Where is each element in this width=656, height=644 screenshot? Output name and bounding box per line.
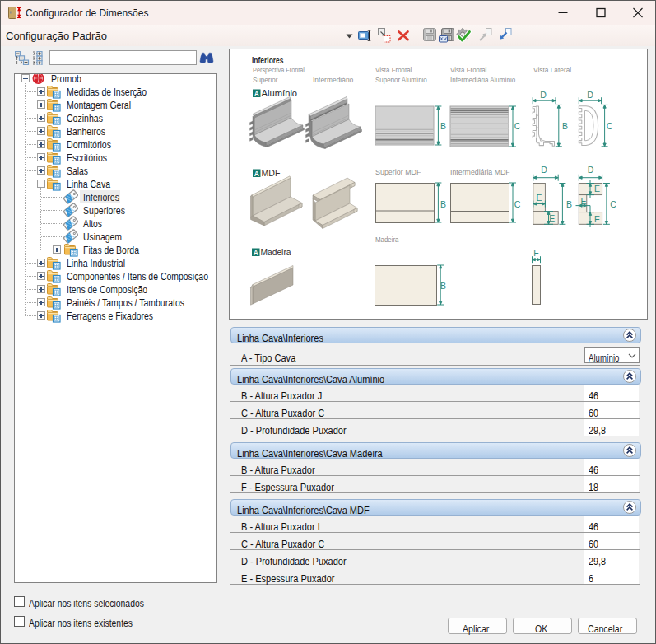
svg-text:Vista Lateral: Vista Lateral xyxy=(533,66,571,74)
svg-text:Componentes / Itens de Composi: Componentes / Itens de Composição xyxy=(67,270,208,282)
svg-text:Madeira: Madeira xyxy=(261,248,291,257)
svg-text:Perspectiva Frontal: Perspectiva Frontal xyxy=(253,66,305,74)
svg-text:MDF: MDF xyxy=(262,169,281,178)
svg-text:C: C xyxy=(610,199,616,209)
svg-text:Alumínio: Alumínio xyxy=(262,89,298,98)
svg-text:E: E xyxy=(537,193,542,203)
svg-text:A: A xyxy=(254,249,258,257)
svg-text:Superior: Superior xyxy=(253,76,278,84)
svg-text:D: D xyxy=(541,165,547,175)
svg-text:D: D xyxy=(540,90,547,100)
svg-text:B: B xyxy=(440,281,446,291)
svg-text:F: F xyxy=(533,248,538,258)
svg-text:C: C xyxy=(607,121,613,131)
svg-text:D: D xyxy=(588,165,594,175)
svg-text:Fitas de Borda: Fitas de Borda xyxy=(83,244,140,256)
svg-text:Salas: Salas xyxy=(67,165,88,177)
svg-text:B: B xyxy=(566,199,572,209)
svg-text:Itens de Composição: Itens de Composição xyxy=(67,283,147,296)
svg-text:A: A xyxy=(254,90,259,98)
svg-text:Escritórios: Escritórios xyxy=(67,152,107,164)
svg-text:Superior MDF: Superior MDF xyxy=(375,168,421,176)
svg-text:A: A xyxy=(254,170,259,178)
svg-text:Cozinhas: Cozinhas xyxy=(67,112,103,124)
svg-text:D: D xyxy=(587,90,593,100)
svg-text:Intermediária Alumínio: Intermediária Alumínio xyxy=(450,76,515,84)
svg-text:Painéis / Tampos / Tamburatos: Painéis / Tampos / Tamburatos xyxy=(67,296,184,309)
svg-text:Medidas de Inserção: Medidas de Inserção xyxy=(67,86,147,98)
svg-text:B: B xyxy=(562,121,568,131)
svg-text:Montagem Geral: Montagem Geral xyxy=(67,99,131,111)
svg-text:B: B xyxy=(440,121,446,131)
svg-text:Superiores: Superiores xyxy=(83,204,125,217)
svg-text:E: E xyxy=(594,184,600,194)
svg-text:Vista Frontal: Vista Frontal xyxy=(375,66,412,74)
svg-text:B: B xyxy=(440,199,446,209)
svg-text:E: E xyxy=(594,214,600,224)
svg-text:Intermediário: Intermediário xyxy=(313,76,353,84)
svg-text:Superior Alumínio: Superior Alumínio xyxy=(375,76,427,84)
svg-text:Ferragens e Fixadores: Ferragens e Fixadores xyxy=(67,310,153,322)
svg-text:Usinagem: Usinagem xyxy=(83,231,122,243)
svg-text:C: C xyxy=(514,199,521,209)
svg-text:Banheiros: Banheiros xyxy=(67,125,105,138)
svg-text:C: C xyxy=(514,121,521,131)
svg-text:Linha Industrial: Linha Industrial xyxy=(67,257,125,269)
svg-text:Altos: Altos xyxy=(83,217,102,230)
svg-text:Linha Cava: Linha Cava xyxy=(67,178,111,190)
svg-text:Vista Frontal: Vista Frontal xyxy=(450,66,486,74)
svg-text:Madeira: Madeira xyxy=(375,236,399,244)
svg-text:Inferiores: Inferiores xyxy=(83,191,119,203)
svg-text:Inferiores: Inferiores xyxy=(252,55,284,65)
svg-text:Promob: Promob xyxy=(51,74,81,85)
svg-text:Intermediária MDF: Intermediária MDF xyxy=(450,168,510,176)
svg-text:Dormitórios: Dormitórios xyxy=(67,138,111,151)
